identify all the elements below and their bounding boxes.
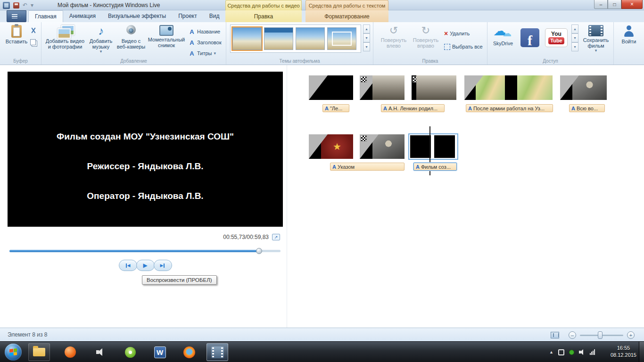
storyboard-clip-4[interactable] [464, 75, 553, 100]
tray-app-icon[interactable] [558, 349, 564, 355]
thumbnail-size-slider[interactable] [580, 331, 623, 339]
theme-contemporary[interactable] [264, 27, 293, 50]
skydrive-button[interactable]: ☁ ☁ SkyDrive [489, 24, 517, 57]
app-icon[interactable] [3, 2, 10, 9]
undo-icon[interactable]: ↶ [23, 2, 27, 8]
rotate-left-button[interactable]: ↺ Повернуть влево [378, 24, 409, 57]
caption-button[interactable]: А Заголовок [189, 38, 222, 47]
cut-button[interactable] [30, 26, 37, 35]
tab-project[interactable]: Проект [172, 10, 203, 22]
themes-gallery-more-icon[interactable]: ▾ [363, 42, 370, 51]
taskbar-explorer-button[interactable] [28, 343, 50, 361]
slider-thumb[interactable] [598, 331, 603, 339]
tab-edit-video[interactable]: Правка [225, 10, 302, 22]
storyboard-clip-7[interactable] [360, 134, 405, 159]
seek-bar-thumb[interactable] [256, 248, 262, 254]
save-movie-button[interactable]: Сохранить фильм ▾ [580, 24, 612, 57]
tab-visual-effects[interactable]: Визуальные эффекты [102, 10, 172, 22]
theme-fade[interactable] [327, 27, 356, 50]
clip-caption[interactable]: А А.Н. Ленкин родил... [381, 104, 445, 112]
facebook-button[interactable]: f [518, 24, 542, 57]
themes-scroll-up-icon[interactable]: ▴ [363, 25, 370, 33]
clip-caption-text: Всю во... [577, 106, 598, 111]
minimize-button[interactable]: – [594, 0, 608, 9]
credits-button[interactable]: А Титры ▾ [189, 49, 216, 58]
tab-view[interactable]: Вид [203, 10, 226, 22]
seek-bar-fill [9, 250, 259, 252]
maximize-button[interactable]: □ [608, 0, 621, 9]
youtube-button[interactable]: You Tube [543, 24, 570, 57]
select-all-label: Выбрать все [452, 44, 483, 49]
sharing-scroll-down-icon[interactable]: ▾ [571, 33, 578, 42]
taskbar-volume-app-button[interactable] [90, 343, 111, 361]
taskbar-browser-button[interactable] [59, 343, 81, 361]
sharing-scroll-up-icon[interactable]: ▴ [571, 25, 578, 33]
webcam-video-button[interactable]: Видео с веб-камеры [116, 24, 146, 57]
copy-button[interactable] [30, 37, 36, 47]
storyboard-clip-1[interactable] [309, 75, 353, 100]
title-button[interactable]: А Название [189, 27, 220, 36]
theme-default[interactable] [232, 27, 262, 50]
clip-caption[interactable]: А После армии работал на Уз... [466, 104, 553, 112]
add-videos-photos-button[interactable]: Добавить видео и фотографии [44, 24, 86, 57]
group-sharing-label: Доступ [487, 58, 613, 64]
play-button[interactable]: ▶ [136, 260, 155, 271]
tab-format-text[interactable]: Форматирование [305, 10, 388, 22]
snapshot-button[interactable]: Моментальный снимок [147, 24, 186, 57]
zoom-in-button[interactable]: + [627, 331, 635, 339]
credits-dropdown-icon: ▾ [214, 51, 216, 56]
seek-bar[interactable] [9, 250, 281, 252]
clip-caption-selected[interactable]: А Фильм соз... [413, 163, 457, 171]
clip-caption[interactable]: А Всю во... [569, 104, 605, 112]
storyboard-clip-6[interactable]: ★ [309, 134, 353, 159]
tray-volume-icon[interactable] [579, 349, 585, 355]
save-icon[interactable] [13, 2, 19, 8]
add-music-button[interactable]: ♪ Добавить музыку ▾ [87, 24, 115, 57]
previous-frame-button[interactable]: ◀ [119, 260, 137, 271]
themes-scroll-down-icon[interactable]: ▾ [363, 33, 370, 42]
sign-in-button[interactable]: Войти [617, 24, 641, 57]
preview-title-line1: Фильм создан МОУ "Узнезинская СОШ" [57, 132, 234, 141]
title-slide-corner-icon [309, 134, 328, 159]
clip-caption-text: Указом [338, 164, 355, 170]
sharing-gallery-more-icon[interactable]: ▾ [571, 42, 578, 51]
tray-expand-icon[interactable]: ▲ [549, 350, 553, 354]
storyboard-clip-8-selected[interactable] [408, 133, 458, 160]
tray-status-icon[interactable] [569, 350, 574, 355]
preview-monitor[interactable]: Фильм создан МОУ "Узнезинская СОШ" Режис… [8, 72, 283, 227]
close-button[interactable]: × [621, 0, 643, 9]
clip-caption[interactable]: А "Ле... [322, 104, 349, 112]
delete-button[interactable]: × Удалить [444, 29, 470, 38]
thumbnail-view-icon[interactable] [551, 332, 559, 338]
storyboard-clip-5[interactable] [560, 75, 607, 100]
tray-network-icon[interactable] [590, 349, 595, 355]
show-desktop-button[interactable] [639, 342, 644, 362]
storyboard-clip-3[interactable] [412, 75, 456, 100]
ribbon-tabs: Главная Анимация Визуальные эффекты Прое… [28, 10, 225, 22]
qat-dropdown-icon[interactable]: ▾ [31, 2, 33, 8]
start-button[interactable] [5, 344, 22, 361]
webcam-video-label: Видео с веб-камеры [116, 38, 146, 49]
tab-home[interactable]: Главная [28, 10, 63, 22]
clip-photo [372, 75, 405, 100]
window-title: Мой фильм - Киностудия Windows Live [58, 2, 160, 8]
storyboard-clip-2[interactable] [360, 75, 405, 100]
theme-cinematic[interactable] [296, 27, 325, 50]
paste-button[interactable]: Вставить [4, 24, 29, 57]
taskbar-word-button[interactable]: W [149, 343, 171, 361]
next-frame-button[interactable]: ▶ [154, 260, 172, 271]
taskbar-clock[interactable]: 16:55 08.12.2015 [611, 345, 636, 359]
taskbar-icq-button[interactable] [119, 343, 141, 361]
taskbar-firefox-button[interactable] [178, 343, 200, 361]
file-menu-button[interactable]: ▾ [7, 10, 26, 22]
music-note-icon: ♪ [98, 25, 104, 37]
rotate-right-button[interactable]: ↻ Повернуть вправо [410, 24, 441, 57]
clip-caption[interactable]: А Указом [330, 163, 405, 171]
select-all-button[interactable]: Выбрать все [444, 42, 483, 51]
fullscreen-preview-icon[interactable]: ↗ [272, 234, 280, 240]
save-movie-label: Сохранить фильм [580, 37, 612, 49]
ribbon-tab-row: ▾ Главная Анимация Визуальные эффекты Пр… [0, 10, 644, 22]
taskbar-moviemaker-button[interactable] [206, 343, 228, 361]
zoom-out-button[interactable]: – [569, 331, 576, 339]
tab-animation[interactable]: Анимация [63, 10, 102, 22]
